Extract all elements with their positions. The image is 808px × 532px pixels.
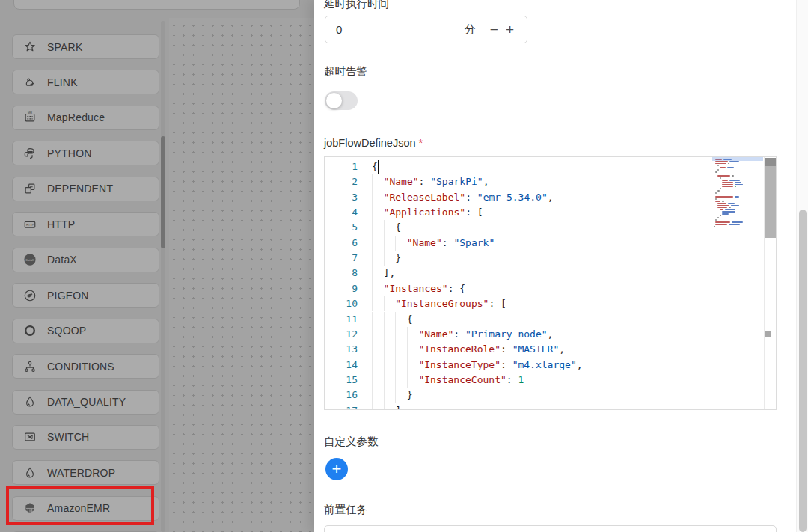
timeout-alarm-label: 超时告警 [324, 64, 367, 79]
minimap-line [717, 205, 739, 207]
minimap-line [717, 207, 731, 208]
indent-guide [407, 342, 408, 357]
indent-guide [372, 296, 373, 311]
indent-guide [372, 174, 373, 189]
minimap-viewport-slider[interactable] [712, 157, 763, 161]
code-line: 17], [325, 403, 776, 410]
indent-guide [372, 342, 373, 357]
line-number: 5 [325, 220, 358, 235]
indent-guide [372, 388, 373, 403]
indent-guide [407, 358, 408, 373]
minimap-line [715, 201, 724, 202]
indent-guide [384, 312, 385, 327]
code-text: "Name": "Primary node", [418, 327, 553, 342]
code-text: "InstanceRole": "MASTER", [418, 342, 565, 357]
indent-guide [372, 403, 373, 410]
indent-guide [372, 190, 373, 205]
line-number: 15 [325, 373, 358, 388]
code-text: "InstanceCount": 1 [418, 373, 524, 388]
code-text: "InstanceType": "m4.xlarge", [418, 358, 582, 373]
code-line: 4"Applications": [ [325, 205, 776, 220]
line-number: 6 [325, 236, 358, 251]
editor-scrollbar-cap [765, 158, 776, 166]
modal-dim-overlay [0, 0, 314, 532]
code-text: } [407, 388, 413, 403]
line-number: 8 [325, 266, 358, 281]
code-line: 16} [325, 388, 776, 403]
decrement-button[interactable]: − [486, 22, 502, 37]
minimap-line [722, 211, 735, 213]
code-text: "InstanceGroups": [ [395, 296, 506, 311]
editor-minimap[interactable] [714, 159, 760, 391]
line-number: 1 [325, 159, 358, 174]
minimap-line [715, 219, 717, 221]
indent-guide [372, 312, 373, 327]
minimap-line [715, 195, 744, 196]
code-line: 1{ [325, 159, 776, 174]
line-number: 13 [325, 342, 358, 357]
code-line: 6"Name": "Spark" [325, 236, 776, 251]
minutes-unit-label: 分 [465, 22, 476, 37]
indent-guide [384, 220, 385, 235]
minimap-line [720, 209, 735, 210]
line-number: 7 [325, 251, 358, 266]
minimap-line [715, 171, 717, 173]
timeout-alarm-toggle[interactable] [325, 91, 358, 110]
minimap-line [715, 221, 743, 223]
delay-time-label: 延时执行时间 [324, 0, 389, 11]
minimap-line [714, 226, 715, 227]
indent-guide [384, 251, 385, 266]
indent-guide [372, 220, 373, 235]
code-text: { [372, 159, 378, 174]
indent-guide [395, 342, 396, 357]
page-scrollbar-thumb[interactable] [799, 210, 807, 532]
minimap-line [715, 196, 739, 198]
indent-guide [372, 251, 373, 266]
code-text: ], [384, 266, 396, 281]
indent-guide [384, 236, 385, 251]
line-number: 4 [325, 205, 358, 220]
text-cursor [378, 160, 379, 174]
json-code-editor[interactable]: 1{2"Name": "SparkPi",3"ReleaseLabel": "e… [324, 156, 777, 410]
indent-guide [395, 312, 396, 327]
indent-guide [395, 327, 396, 342]
minimap-line [717, 190, 720, 192]
minimap-line [722, 182, 741, 183]
task-definition-drawer: 延时执行时间 0 分 − + 超时告警 jobFlowDefineJson* 1… [314, 0, 808, 532]
minimap-line [722, 186, 736, 187]
line-number: 16 [325, 388, 358, 403]
code-line: 13"InstanceRole": "MASTER", [325, 342, 776, 357]
code-text: { [407, 312, 413, 327]
minimap-line [722, 184, 743, 186]
minimap-line [715, 163, 729, 165]
indent-guide [384, 373, 385, 388]
indent-guide [395, 388, 396, 403]
code-line: 14"InstanceType": "m4.xlarge", [325, 358, 776, 373]
toggle-knob [326, 93, 342, 108]
minimap-line [715, 198, 717, 200]
editor-scrollbar-thumb[interactable] [765, 158, 776, 238]
code-line: 3"ReleaseLabel": "emr-5.34.0", [325, 190, 776, 205]
pre-task-select[interactable] [324, 525, 777, 532]
line-number: 11 [325, 312, 358, 327]
delay-time-value[interactable]: 0 [336, 23, 465, 36]
line-number: 12 [325, 327, 358, 342]
minimap-line [717, 203, 735, 204]
delay-time-input[interactable]: 0 分 − + [325, 16, 527, 43]
code-line: 8], [325, 266, 776, 281]
indent-guide [395, 373, 396, 388]
overview-ruler-marker [765, 331, 771, 337]
minimap-line [722, 180, 740, 181]
code-line: 9"Instances": { [325, 281, 776, 296]
code-text: "Instances": { [384, 281, 466, 296]
code-line: 2"Name": "SparkPi", [325, 174, 776, 189]
code-text: "Applications": [ [384, 205, 483, 220]
minimap-line [717, 165, 719, 166]
custom-params-label: 自定义参数 [324, 435, 379, 449]
pre-task-label: 前置任务 [324, 503, 367, 517]
add-custom-param-button[interactable]: + [325, 458, 348, 480]
increment-button[interactable]: + [502, 22, 518, 37]
minimap-line [722, 213, 729, 215]
code-text: "Name": "SparkPi", [384, 174, 489, 189]
indent-guide [384, 358, 385, 373]
